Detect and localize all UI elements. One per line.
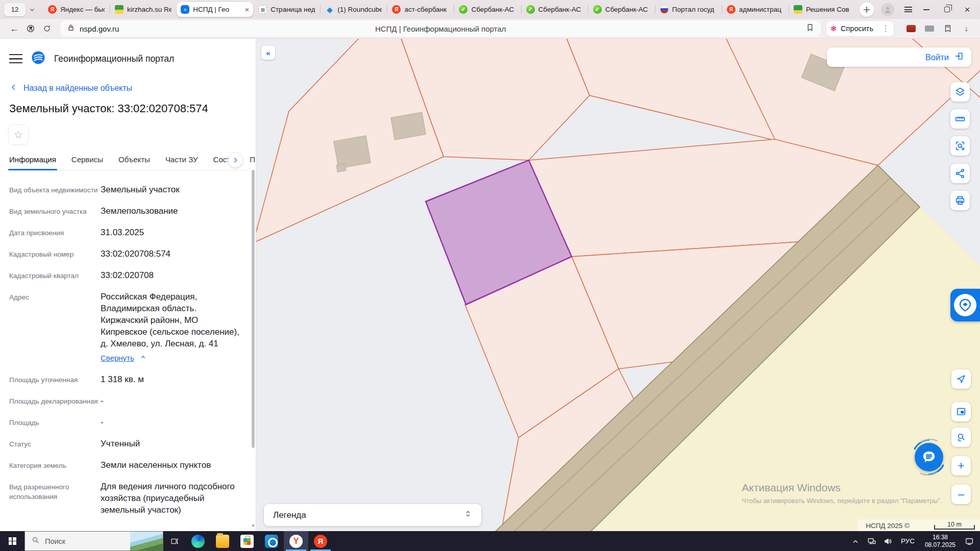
browser-tab[interactable]: ✓Сбербанк-АС [521,0,588,19]
browser-tab[interactable]: ✓Сбербанк-АС [454,0,521,19]
collapse-address-link[interactable]: Свернуть [101,352,147,364]
login-button[interactable]: Войти [827,47,971,67]
green-check-favicon: ✓ [593,5,602,14]
back-to-results-link[interactable]: Назад в найденные объекты [9,83,256,94]
hidden-icons-button[interactable] [848,531,863,551]
extension-red-icon[interactable] [903,21,919,36]
legend-label: Легенда [273,510,306,520]
locate-button[interactable] [951,369,971,389]
map-attribution: НСПД 2025 © 10 m [857,519,980,531]
legend-bar[interactable]: Легенда [264,504,481,526]
favorite-button[interactable]: ☆ [8,124,29,145]
browser-tab[interactable]: Решения Сов [789,0,855,19]
sputnik-assistant-tab[interactable] [950,289,980,321]
tabs-next-button[interactable] [228,153,242,167]
close-button[interactable]: × [959,2,976,17]
profile-avatar[interactable] [881,3,894,16]
panel-scrollbar[interactable]: ▼ [251,169,255,531]
browser-tab[interactable]: ✓Сбербанк-АС [588,0,655,19]
volume-icon[interactable] [880,531,896,551]
downloads-icon[interactable]: ↓ [959,21,974,36]
browser-tab[interactable]: ▦Страница нед [253,0,320,19]
map-search-button[interactable] [951,428,971,447]
field-row: Кадастровый квартал33:02:020708 [0,269,256,281]
action-center-icon[interactable] [962,531,977,551]
taskbar-app-store[interactable] [235,531,259,551]
start-button[interactable] [0,531,24,551]
cadastral-map[interactable] [256,39,980,531]
taskbar-app-outlook[interactable] [259,531,284,551]
more-options-icon[interactable]: ⋮ [877,24,890,33]
browser-tab[interactable]: Яадминистрац [722,0,789,19]
overview-button[interactable] [951,402,971,421]
search-placeholder: Поиск [45,537,125,545]
chat-widget-button[interactable] [908,436,950,479]
field-value: Учтенный [101,438,256,449]
reload-button[interactable] [39,20,55,37]
language-indicator[interactable]: РУС [897,537,919,545]
taskbar-app-edge[interactable] [186,531,210,551]
browser-tab[interactable]: ◆(1) Roundcube [320,0,387,19]
back-button[interactable]: ← [6,20,22,37]
field-value: Земельный участок [101,184,256,195]
panel-tab-части-зу[interactable]: Части ЗУ [165,155,198,164]
browser-tab-active[interactable]: ≡НСПД | Гео× [177,2,253,17]
new-tab-button[interactable] [860,3,874,17]
collections-icon[interactable] [940,21,955,36]
browser-tab[interactable]: kirzhach.su Re [110,0,177,19]
field-label: Категория земель [0,459,101,471]
panel-tab-п[interactable]: П [250,155,255,164]
scrollbar-thumb[interactable] [252,170,255,448]
browser-tab[interactable]: Яаст-сбербанк [387,0,454,19]
search-daily-image[interactable] [130,532,163,550]
field-row: Категория земельЗемли населенных пунктов [0,459,256,471]
yandex-search-button[interactable] [22,20,39,37]
green-check-favicon: ✓ [459,5,468,14]
taskbar-app-yandex[interactable]: Я [308,531,333,551]
taskbar-clock[interactable]: 16:38 08.07.2025 [920,534,961,549]
network-icon[interactable] [864,531,879,551]
legend-toggle-icon[interactable] [464,510,472,520]
map-canvas[interactable]: « Войти +– Легенда [256,39,980,531]
url-field[interactable]: nspd.gov.ru НСПД | Геоинформационный пор… [60,20,821,37]
area-search-button[interactable] [950,136,970,156]
taskbar-app-ybrowser[interactable]: Y [284,531,308,551]
field-label: Вид земельного участка [0,205,101,217]
layers-button[interactable] [950,82,970,102]
tab-close-icon[interactable]: × [244,5,249,14]
panel-tab-сервисы[interactable]: Сервисы [71,155,103,164]
field-value: Землепользование [101,205,256,217]
ask-ai-button[interactable]: ✻ Спросить ⋮ [826,20,894,37]
scrollbar-down-icon[interactable]: ▼ [251,523,255,528]
restore-button[interactable] [938,2,955,17]
panel-tab-информация[interactable]: Информация [9,155,56,164]
collapse-panel-button[interactable]: « [261,46,275,60]
panel-tab-объекты[interactable]: Объекты [118,155,150,164]
field-label: Вид разрешенного использования [0,481,101,516]
browser-menu-button[interactable] [900,2,916,17]
field-row: Площадь- [0,416,256,428]
print-button[interactable] [950,191,970,210]
field-value: 1 318 кв. м [101,373,256,385]
tab-counter-value[interactable]: 12 [4,3,26,16]
taskbar-search-box[interactable]: Поиск [24,531,163,551]
browser-tab[interactable]: Портал госуд [655,0,722,19]
share-button[interactable] [950,164,970,183]
browser-tab[interactable]: ЯЯндекс — быс [43,0,110,19]
extension-gray-icon[interactable] [922,21,937,36]
edge-icon [191,535,205,548]
url-text[interactable]: nspd.gov.ru [80,24,119,33]
explorer-icon [216,535,229,548]
zoom-in-button[interactable]: + [951,456,971,475]
field-value: Земли населенных пунктов [101,459,256,471]
minimize-button[interactable] [918,2,935,17]
taskbar-app-explorer[interactable] [210,531,235,551]
chevron-down-icon[interactable] [27,4,38,15]
panel-menu-icon[interactable] [9,54,22,63]
tab-counter[interactable]: 12 [4,3,38,16]
task-view-button[interactable] [163,531,186,551]
portal-logo-icon [31,50,46,67]
bookmark-icon[interactable] [805,23,815,34]
ruler-button[interactable] [950,109,970,129]
zoom-out-button[interactable]: – [951,485,971,504]
